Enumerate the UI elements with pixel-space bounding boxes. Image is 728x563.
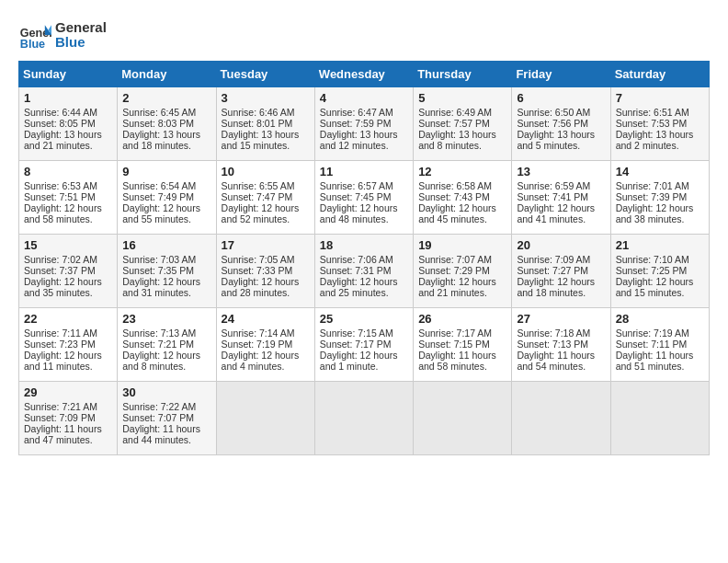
calendar-cell [314,382,413,455]
calendar-cell: 23Sunrise: 7:13 AMSunset: 7:21 PMDayligh… [118,308,216,382]
day-info: Daylight: 12 hours [222,350,310,361]
calendar-cell: 3Sunrise: 6:46 AMSunset: 8:01 PMDaylight… [216,87,314,161]
calendar-cell: 20Sunrise: 7:09 AMSunset: 7:27 PMDayligh… [512,235,610,308]
calendar-week-row: 15Sunrise: 7:02 AMSunset: 7:37 PMDayligh… [19,235,710,308]
day-info: Sunrise: 6:50 AM [517,107,605,118]
day-number: 15 [24,238,112,252]
day-info: Daylight: 12 hours [122,202,210,213]
day-info: Daylight: 12 hours [222,276,310,287]
svg-text:Blue: Blue [20,38,45,51]
day-info: Daylight: 13 hours [418,129,506,140]
day-info: Daylight: 12 hours [24,350,112,361]
day-info: Sunset: 7:51 PM [24,191,112,202]
day-info: and 28 minutes. [222,287,310,298]
calendar-body: 1Sunrise: 6:44 AMSunset: 8:05 PMDaylight… [19,87,710,455]
day-number: 23 [122,312,210,326]
day-info: Daylight: 12 hours [24,276,112,287]
day-number: 27 [517,312,605,326]
day-info: Daylight: 13 hours [320,129,408,140]
calendar-cell: 11Sunrise: 6:57 AMSunset: 7:45 PMDayligh… [314,161,413,235]
day-number: 6 [517,91,605,105]
day-info: and 4 minutes. [222,361,310,372]
day-info: Sunset: 7:11 PM [616,339,704,350]
day-info: Sunset: 7:53 PM [616,118,704,129]
day-info: Sunrise: 7:01 AM [616,180,704,191]
day-number: 13 [517,165,605,178]
day-info: Daylight: 13 hours [616,129,704,140]
calendar-cell: 15Sunrise: 7:02 AMSunset: 7:37 PMDayligh… [19,235,118,308]
day-number: 2 [122,91,210,105]
day-info: Daylight: 12 hours [320,202,408,213]
day-info: Sunrise: 7:10 AM [616,254,704,265]
day-info: Daylight: 13 hours [517,129,605,140]
calendar-cell: 9Sunrise: 6:54 AMSunset: 7:49 PMDaylight… [118,161,216,235]
day-info: Sunrise: 7:07 AM [418,254,506,265]
calendar-cell [216,382,314,455]
day-info: Sunset: 7:37 PM [24,265,112,276]
calendar-cell: 6Sunrise: 6:50 AMSunset: 7:56 PMDaylight… [512,87,610,161]
calendar-cell: 25Sunrise: 7:15 AMSunset: 7:17 PMDayligh… [314,308,413,382]
day-info: and 41 minutes. [517,213,605,224]
calendar-cell: 21Sunrise: 7:10 AMSunset: 7:25 PMDayligh… [610,235,709,308]
day-info: Sunrise: 7:14 AM [222,327,310,339]
day-info: Daylight: 12 hours [320,350,408,361]
day-info: and 31 minutes. [122,287,210,298]
day-info: Sunset: 7:56 PM [517,118,605,129]
day-info: Daylight: 12 hours [122,276,210,287]
day-info: and 2 minutes. [616,140,704,151]
day-number: 7 [616,91,704,105]
day-info: Daylight: 13 hours [222,129,310,140]
calendar-cell: 17Sunrise: 7:05 AMSunset: 7:33 PMDayligh… [216,235,314,308]
day-info: Sunset: 7:27 PM [517,265,605,276]
day-info: and 18 minutes. [517,287,605,298]
day-info: and 45 minutes. [418,213,506,224]
logo-icon: General Blue [18,18,51,52]
day-info: and 8 minutes. [122,361,210,372]
day-number: 10 [222,165,310,178]
day-info: and 11 minutes. [24,361,112,372]
day-info: Sunrise: 6:57 AM [320,180,408,191]
day-info: and 5 minutes. [517,140,605,151]
day-number: 29 [24,385,112,399]
day-number: 4 [320,91,408,105]
day-info: Sunset: 7:59 PM [320,118,408,129]
day-info: Sunrise: 6:55 AM [222,180,310,191]
calendar-cell: 8Sunrise: 6:53 AMSunset: 7:51 PMDaylight… [19,161,118,235]
weekday-header: Sunday [19,62,118,87]
day-info: and 8 minutes. [418,140,506,151]
day-info: Daylight: 12 hours [418,202,506,213]
day-number: 5 [418,91,506,105]
day-info: and 38 minutes. [616,213,704,224]
calendar-cell: 19Sunrise: 7:07 AMSunset: 7:29 PMDayligh… [414,235,512,308]
day-info: Sunset: 7:41 PM [517,191,605,202]
day-number: 3 [222,91,310,105]
day-info: Sunset: 7:23 PM [24,339,112,350]
day-info: Sunrise: 6:51 AM [616,107,704,118]
day-info: and 58 minutes. [24,213,112,224]
day-info: Sunset: 7:33 PM [222,265,310,276]
day-info: Sunset: 7:07 PM [122,412,210,423]
calendar-cell: 30Sunrise: 7:22 AMSunset: 7:07 PMDayligh… [118,382,216,455]
day-info: Daylight: 12 hours [122,350,210,361]
day-info: Daylight: 12 hours [616,276,704,287]
day-info: Sunrise: 6:47 AM [320,107,408,118]
day-info: Sunset: 8:05 PM [24,118,112,129]
calendar-cell: 26Sunrise: 7:17 AMSunset: 7:15 PMDayligh… [414,308,512,382]
calendar-week-row: 8Sunrise: 6:53 AMSunset: 7:51 PMDaylight… [19,161,710,235]
day-info: Sunset: 7:57 PM [418,118,506,129]
day-info: Daylight: 11 hours [418,350,506,361]
calendar-cell: 1Sunrise: 6:44 AMSunset: 8:05 PMDaylight… [19,87,118,161]
calendar-cell: 24Sunrise: 7:14 AMSunset: 7:19 PMDayligh… [216,308,314,382]
day-info: Daylight: 13 hours [24,129,112,140]
day-info: Sunset: 7:09 PM [24,412,112,423]
day-number: 17 [222,238,310,252]
day-number: 16 [122,238,210,252]
day-number: 9 [122,165,210,178]
day-info: and 21 minutes. [418,287,506,298]
weekday-header: Saturday [610,62,709,87]
calendar-week-row: 1Sunrise: 6:44 AMSunset: 8:05 PMDaylight… [19,87,710,161]
calendar-cell: 13Sunrise: 6:59 AMSunset: 7:41 PMDayligh… [512,161,610,235]
day-info: and 1 minute. [320,361,408,372]
weekday-header: Wednesday [314,62,413,87]
day-info: Daylight: 11 hours [122,423,210,434]
